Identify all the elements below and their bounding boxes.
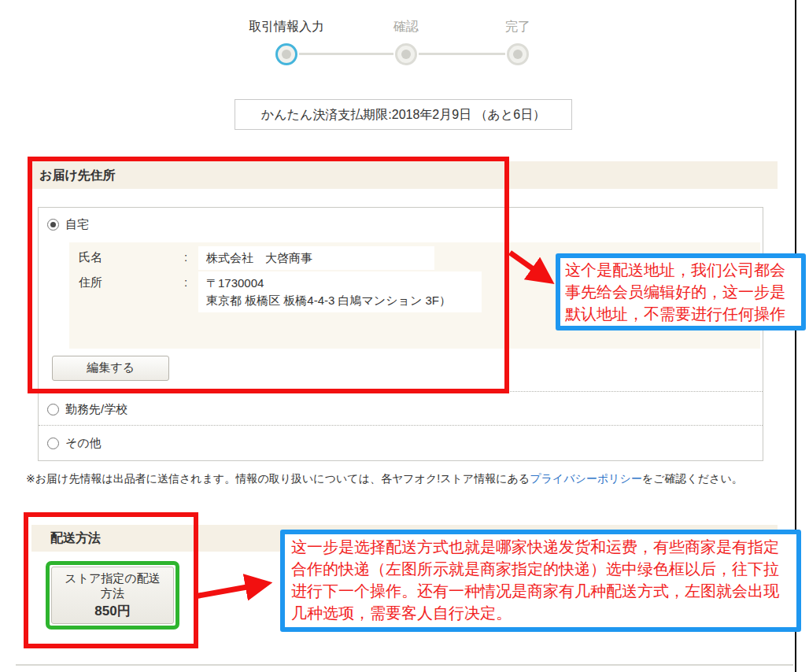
shipping-method-label: ストア指定の配送方法 (61, 570, 164, 600)
address-option-work-label: 勤務先/学校 (65, 402, 127, 417)
step-connector (419, 53, 505, 55)
address-option-other-label: その他 (65, 436, 102, 451)
step-circle-confirm (395, 43, 417, 65)
address-street: 東京都 板橋区 板橋4-4-3 白鳩マンション 3F） (206, 292, 474, 309)
row-divider (39, 425, 763, 426)
privacy-note: ※お届け先情報は出品者に送信されます。情報の取り扱いについては、各ヤフオク!スト… (26, 472, 793, 486)
red-arrow-icon (194, 584, 264, 596)
checkout-page: 取引情報入力 確認 完了 かんたん決済支払期限:2018年2月9日 （あと6日）… (0, 0, 809, 672)
bottom-divider (16, 664, 793, 666)
step-dot (513, 50, 523, 59)
radio-icon[interactable] (47, 438, 59, 449)
shipping-method-highlight: ストア指定の配送方法 850円 (46, 561, 179, 630)
shipping-method-option[interactable]: ストア指定の配送方法 850円 (51, 567, 174, 624)
shipping-method-price: 850円 (94, 602, 130, 620)
privacy-note-suffix: をご確認ください。 (642, 472, 743, 485)
address-option-home[interactable]: 自宅 (47, 217, 89, 232)
callout-address-note: 这个是配送地址，我们公司都会事先给会员编辑好的，这一步是默认地址，不需要进行任何… (556, 253, 806, 330)
callout-shipping-note: 这一步是选择配送方式也就是哪家快递发货和运费，有些商家是有指定合作的快递（左图所… (280, 530, 801, 632)
address-field-colon: : (184, 275, 187, 289)
privacy-policy-link[interactable]: プライバシーポリシー (530, 472, 642, 485)
radio-icon[interactable] (47, 404, 59, 415)
step-label-input: 取引情報入力 (227, 19, 345, 35)
name-field-label: 氏名 (79, 250, 102, 265)
step-dot (401, 50, 411, 59)
address-field-value: 〒1730004 東京都 板橋区 板橋4-4-3 白鳩マンション 3F） (198, 271, 482, 312)
row-divider (39, 391, 763, 392)
name-field-value: 株式会社 大啓商事 (198, 246, 434, 270)
radio-selected-icon[interactable] (47, 219, 59, 231)
address-option-home-label: 自宅 (65, 217, 89, 232)
step-label-confirm: 確認 (347, 19, 465, 35)
step-circle-input-active (275, 43, 297, 65)
privacy-note-prefix: ※お届け先情報は出品者に送信されます。情報の取り扱いについては、各ヤフオク!スト… (26, 472, 530, 485)
edit-address-button[interactable]: 編集する (52, 356, 169, 381)
address-option-other[interactable]: その他 (47, 436, 102, 451)
payment-deadline-box: かんたん決済支払期限:2018年2月9日 （あと6日） (235, 99, 572, 130)
address-option-work[interactable]: 勤務先/学校 (47, 402, 127, 417)
step-circle-done (507, 43, 529, 65)
name-field-colon: : (184, 250, 187, 264)
address-section-header: お届け先住所 (31, 161, 778, 189)
address-field-label: 住所 (79, 275, 102, 290)
address-postal-code: 〒1730004 (206, 275, 474, 292)
step-connector (299, 53, 393, 55)
step-dot (282, 50, 291, 59)
step-label-done: 完了 (459, 19, 577, 35)
